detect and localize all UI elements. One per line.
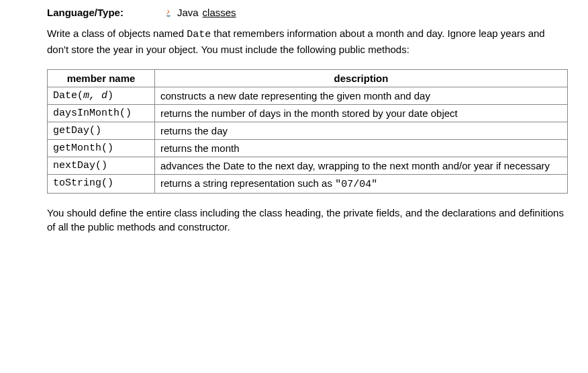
description-cell: returns a string representation such as … <box>155 174 568 193</box>
header-description: description <box>155 69 568 87</box>
classes-link[interactable]: classes <box>203 7 236 18</box>
member-name-cell: nextDay() <box>48 157 155 174</box>
desc-text: returns a string representation such as <box>160 177 335 189</box>
methods-table: member name description Date(m, d) const… <box>47 69 568 194</box>
name-part: ) <box>107 90 113 101</box>
member-name-cell: daysInMonth() <box>48 104 155 122</box>
desc-code: "07/04" <box>335 179 377 190</box>
intro-code: Date <box>187 29 211 40</box>
table-row: daysInMonth() returns the number of days… <box>48 104 568 122</box>
table-row: toString() returns a string representati… <box>48 174 568 193</box>
table-row: nextDay() advances the Date to the next … <box>48 157 568 174</box>
name-part: Date( <box>53 90 83 101</box>
table-header-row: member name description <box>48 69 568 87</box>
description-cell: returns the month <box>155 139 568 157</box>
intro-before: Write a class of objects named <box>47 28 187 39</box>
outro-paragraph: You should define the entire class inclu… <box>47 206 568 235</box>
member-name-cell: Date(m, d) <box>48 87 155 104</box>
table-row: Date(m, d) constructs a new date represe… <box>48 87 568 104</box>
member-name-cell: toString() <box>48 174 155 193</box>
member-name-cell: getDay() <box>48 122 155 139</box>
java-icon <box>164 8 173 17</box>
description-cell: advances the Date to the next day, wrapp… <box>155 157 568 174</box>
language-type-label: Language/Type: <box>47 7 124 18</box>
intro-paragraph: Write a class of objects named Date that… <box>47 26 568 57</box>
table-row: getMonth() returns the month <box>48 139 568 157</box>
header-row: Language/Type: Java classes <box>47 7 568 18</box>
description-cell: returns the number of days in the month … <box>155 104 568 122</box>
member-name-cell: getMonth() <box>48 139 155 157</box>
table-row: getDay() returns the day <box>48 122 568 139</box>
description-cell: constructs a new date representing the g… <box>155 87 568 104</box>
language-name: Java <box>177 7 199 18</box>
header-member-name: member name <box>48 69 155 87</box>
description-cell: returns the day <box>155 122 568 139</box>
name-italic-part: m, d <box>83 90 107 101</box>
language-value-group: Java classes <box>164 7 236 18</box>
